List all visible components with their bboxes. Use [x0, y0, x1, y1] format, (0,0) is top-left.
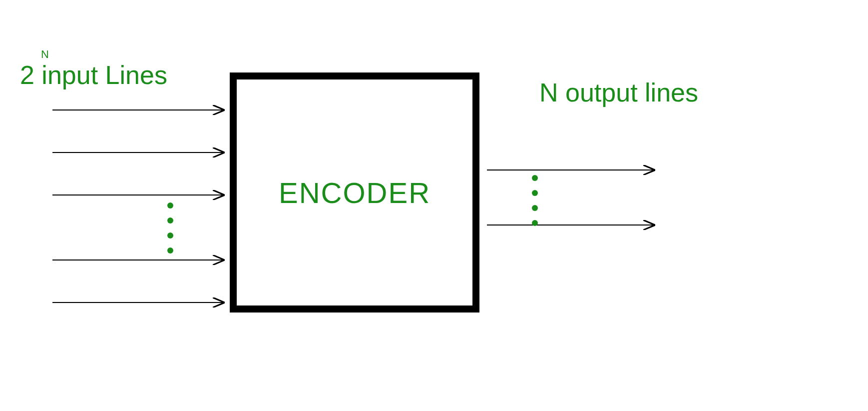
dot-icon [532, 175, 538, 181]
dot-icon [532, 220, 538, 226]
output-lines-label: N output lines [539, 78, 698, 108]
dot-icon [167, 232, 173, 238]
dot-icon [167, 248, 173, 254]
input-lines-label: 2 N input Lines [20, 60, 167, 90]
encoder-box: ENCODER [230, 72, 479, 312]
input-rest: input Lines [34, 60, 167, 90]
input-base: 2 N [20, 60, 34, 90]
dot-icon [167, 218, 173, 224]
dot-icon [167, 202, 173, 208]
output-ellipsis-dots [532, 175, 538, 226]
dot-icon [532, 190, 538, 196]
input-exponent: N [41, 48, 49, 61]
input-ellipsis-dots [167, 202, 173, 254]
dot-icon [532, 205, 538, 211]
encoder-box-label: ENCODER [279, 176, 431, 210]
